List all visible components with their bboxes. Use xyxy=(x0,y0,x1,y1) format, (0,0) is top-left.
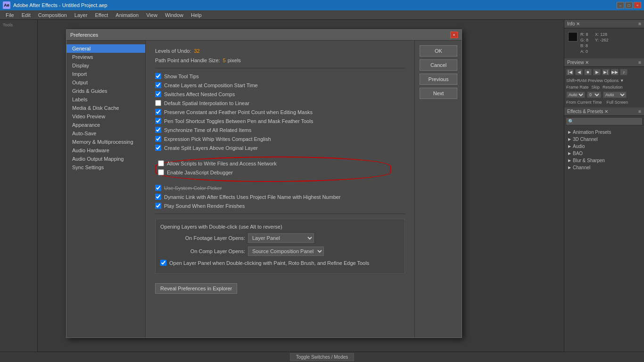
preview-first-btn[interactable]: |◀ xyxy=(566,69,574,75)
sidebar-item-memory-multiproc[interactable]: Memory & Multiprocessing xyxy=(66,138,145,146)
menu-layer[interactable]: Layer xyxy=(71,11,91,19)
allow-scripts-checkbox[interactable] xyxy=(158,160,164,166)
preview-panel-menu-icon[interactable]: ≡ xyxy=(638,60,641,65)
reveal-preferences-btn[interactable]: Reveal Preferences in Explorer xyxy=(155,283,237,294)
close-btn[interactable]: × xyxy=(634,2,641,8)
sidebar-item-display[interactable]: Display xyxy=(66,61,145,70)
switches-affect-label: Switches Affect Nested Comps xyxy=(164,91,235,97)
menu-effect[interactable]: Effect xyxy=(91,11,112,19)
play-sound-checkbox[interactable] xyxy=(155,203,161,209)
preview-audio-btn[interactable]: ♪ xyxy=(620,69,627,75)
preview-settings: Frame Rate Skip Resolution xyxy=(564,84,644,90)
arrow-icon: ▶ xyxy=(568,165,571,170)
info-r: R: 8 xyxy=(580,32,588,37)
left-panel: Tools xyxy=(0,20,38,362)
sidebar-item-labels[interactable]: Labels xyxy=(66,95,145,104)
path-point-size-row: Path Point and Handle Size: 5 pixels xyxy=(155,58,405,63)
expression-pick-label: Expression Pick Whip Writes Compact Engl… xyxy=(164,136,271,142)
effects-list: ▶ Animation Presets ▶ 3D Channel ▶ Audio… xyxy=(564,127,644,173)
maximize-btn[interactable]: □ xyxy=(625,2,633,8)
effects-search-input[interactable] xyxy=(566,117,643,125)
info-panel-menu-icon[interactable]: ≡ xyxy=(638,21,641,26)
preview-prev-btn[interactable]: ◀ xyxy=(575,69,583,75)
pen-tool-checkbox[interactable] xyxy=(155,118,161,124)
skip-select[interactable]: 0 xyxy=(587,91,601,98)
preferences-dialog: Preferences × General Previews Display I… xyxy=(66,29,462,338)
frame-rate-select[interactable]: Auto xyxy=(566,91,585,98)
effects-panel-menu-icon[interactable]: ≡ xyxy=(638,109,641,114)
effects-item-audio[interactable]: ▶ Audio xyxy=(566,143,642,150)
effects-item-3d-channel[interactable]: ▶ 3D Channel xyxy=(566,136,642,143)
open-layer-panel-row: Open Layer Panel when Double-clicking wi… xyxy=(160,260,400,266)
ok-button[interactable]: OK xyxy=(420,45,457,57)
preserve-constant-checkbox[interactable] xyxy=(155,109,161,115)
menu-help[interactable]: Help xyxy=(187,11,206,19)
sidebar-item-general[interactable]: General xyxy=(66,44,145,53)
dialog-close-btn[interactable]: × xyxy=(450,32,458,38)
footage-layer-select[interactable]: Layer Panel Footage Panel xyxy=(248,233,314,243)
effects-item-label: BAO xyxy=(573,151,583,156)
sidebar-item-appearance[interactable]: Appearance xyxy=(66,121,145,129)
dynamic-link-checkbox[interactable] xyxy=(155,194,161,200)
create-split-label: Create Split Layers Above Original Layer xyxy=(164,145,258,151)
toggle-switches-btn[interactable]: Toggle Switches / Modes xyxy=(290,353,355,361)
show-tool-tips-checkbox[interactable] xyxy=(155,73,161,79)
open-layer-panel-checkbox[interactable] xyxy=(160,260,166,266)
divider-1 xyxy=(155,68,405,68)
color-swatch[interactable] xyxy=(568,32,578,41)
preview-play-btn[interactable]: ▶ xyxy=(593,69,601,75)
sidebar-item-sync-settings[interactable]: Sync Settings xyxy=(66,163,145,172)
effects-item-bao[interactable]: ▶ BAO xyxy=(566,150,642,157)
sidebar-item-import[interactable]: Import xyxy=(66,70,145,78)
sidebar-item-previews[interactable]: Previews xyxy=(66,53,145,61)
resolution-select[interactable]: Auto xyxy=(603,91,627,98)
menu-file[interactable]: File xyxy=(2,11,18,19)
default-spatial-checkbox[interactable] xyxy=(155,100,161,106)
switches-affect-checkbox[interactable] xyxy=(155,91,161,97)
enable-js-debugger-label: Enable JavaScript Debugger xyxy=(167,170,233,175)
menu-composition[interactable]: Composition xyxy=(34,11,71,19)
app-icon: Ae xyxy=(3,1,10,9)
open-layer-panel-label: Open Layer Panel when Double-clicking wi… xyxy=(169,260,369,266)
synchronize-time-checkbox[interactable] xyxy=(155,127,161,133)
sidebar-item-grids-guides[interactable]: Grids & Guides xyxy=(66,87,145,95)
menu-view[interactable]: View xyxy=(142,11,161,19)
preview-next-btn[interactable]: ▶| xyxy=(602,69,610,75)
title-bar: Ae Adobe After Effects - Untitled Projec… xyxy=(0,0,644,10)
levels-of-undo-value[interactable]: 32 xyxy=(194,48,199,54)
menu-window[interactable]: Window xyxy=(161,11,187,19)
expression-pick-checkbox[interactable] xyxy=(155,136,161,142)
sidebar-item-media-disk-cache[interactable]: Media & Disk Cache xyxy=(66,104,145,112)
comp-layer-select[interactable]: Source Composition Panel Layer Panel xyxy=(248,247,324,256)
next-button[interactable]: Next xyxy=(420,88,457,99)
use-system-color-label: Use System Color Picker xyxy=(164,185,222,191)
info-panel-header: Info ✕ ≡ xyxy=(564,20,644,28)
sidebar-item-output[interactable]: Output xyxy=(66,78,145,87)
path-point-value[interactable]: 5 xyxy=(223,58,226,63)
sidebar-item-auto-save[interactable]: Auto-Save xyxy=(66,129,145,138)
sidebar-item-audio-hardware[interactable]: Audio Hardware xyxy=(66,146,145,155)
previous-button[interactable]: Previous xyxy=(420,74,457,85)
window-controls: – □ × xyxy=(617,2,641,8)
menu-animation[interactable]: Animation xyxy=(112,11,142,19)
sidebar-item-audio-output[interactable]: Audio Output Mapping xyxy=(66,155,145,163)
effects-panel-title: Effects & Presets ✕ xyxy=(567,109,608,114)
create-layers-row: Create Layers at Composition Start Time xyxy=(155,82,405,88)
sidebar-item-video-preview[interactable]: Video Preview xyxy=(66,112,145,121)
use-system-color-checkbox[interactable] xyxy=(155,185,161,191)
create-layers-checkbox[interactable] xyxy=(155,82,161,88)
effects-item-channel[interactable]: ▶ Channel xyxy=(566,164,642,171)
effects-item-blur-sharpen[interactable]: ▶ Blur & Sharpen xyxy=(566,157,642,164)
menu-edit[interactable]: Edit xyxy=(18,11,34,19)
cancel-button[interactable]: Cancel xyxy=(420,59,457,71)
footage-layer-label: On Footage Layer Opens: xyxy=(160,235,245,241)
dialog-body: General Previews Display Import Output G… xyxy=(66,41,462,337)
enable-js-debugger-row: Enable JavaScript Debugger xyxy=(158,169,384,175)
enable-js-debugger-checkbox[interactable] xyxy=(158,169,164,175)
minimize-btn[interactable]: – xyxy=(617,2,624,8)
effects-item-animation-presets[interactable]: ▶ Animation Presets xyxy=(566,129,642,136)
switches-affect-row: Switches Affect Nested Comps xyxy=(155,91,405,97)
create-split-checkbox[interactable] xyxy=(155,145,161,151)
preview-stop-btn[interactable]: ■ xyxy=(584,69,592,75)
preview-last-btn[interactable]: ▶▶ xyxy=(611,69,619,75)
